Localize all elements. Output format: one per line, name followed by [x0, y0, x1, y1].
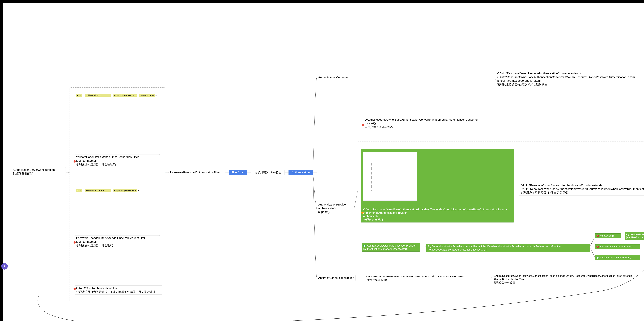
- node-base-converter[interactable]: OAuth2ResourceOwnerBaseAuthenticationCon…: [363, 117, 488, 130]
- node-oauth2-client-filter[interactable]: ! OAuth2ClientAuthenticationFilter 处理请求是…: [75, 286, 162, 295]
- error-icon: !: [596, 246, 599, 248]
- node-username-pwd-filter[interactable]: UsernamePasswordAuthenticationFilter: [169, 170, 226, 175]
- node-pig-user-details[interactable]: PigUserDetailsServiceImpl [loadUserByUse…: [625, 232, 644, 240]
- check-icon: [596, 257, 599, 259]
- node-filter-chain[interactable]: FilterChain: [229, 170, 247, 175]
- warning-icon: [361, 212, 364, 214]
- node-request-token[interactable]: 请求封装为token验证: [251, 170, 285, 175]
- thumb-provider: [363, 152, 417, 201]
- fab-button[interactable]: ✦: [1, 263, 8, 270]
- error-icon: !: [596, 235, 599, 237]
- node-auth-server-config[interactable]: AuthorizationServerConfiguration 认证服务器配置: [12, 167, 66, 176]
- node-auth-provider[interactable]: AuthenticationProvider authenticate() su…: [317, 202, 354, 215]
- error-icon: !: [362, 124, 364, 126]
- node-pwd-provider[interactable]: OAuth2ResourceOwnerPasswordAuthenticatio…: [519, 183, 644, 195]
- thumb-validate: Actor ValidateCodeFilter RequestBodyReso…: [75, 93, 160, 149]
- node-create-success[interactable]: createSuccessAuthentication(): [595, 255, 640, 260]
- node-pwd-token[interactable]: OAuth2ResourceOwnerPasswordAuthenticatio…: [492, 273, 644, 285]
- node-retrieve-user[interactable]: !retrieveUser(): [595, 233, 621, 238]
- error-icon: !: [74, 160, 76, 162]
- check-icon: [363, 245, 366, 247]
- error-icon: !: [74, 288, 76, 290]
- node-auth-converter[interactable]: AuthenticationConverter: [317, 75, 354, 80]
- node-validate-filter[interactable]: ValidateCodeFilter extends OncePerReques…: [75, 154, 160, 167]
- node-base-token[interactable]: OAuth2ResourceOwnerBaseAuthenticationTok…: [363, 274, 487, 282]
- node-abstract-token[interactable]: AbstractAuthenticationToken: [317, 275, 356, 281]
- thumb-base-converter: [363, 37, 488, 112]
- error-icon: !: [74, 241, 76, 244]
- node-abstract-user-details[interactable]: AbstractUserDetailsAuthenticationProvide…: [362, 243, 420, 252]
- node-password-filter[interactable]: PasswordDecoderFilter extends OncePerReq…: [75, 235, 160, 248]
- node-authentication[interactable]: Authentication: [288, 170, 313, 175]
- node-pwd-converter[interactable]: OAuth2ResourceOwnerPasswordAuthenticatio…: [496, 71, 644, 87]
- node-additional-checks[interactable]: !additionalAuthenticationChecks(): [595, 244, 640, 249]
- node-base-provider[interactable]: OAuth2ResourceOwnerBaseAuthenticationPro…: [363, 204, 511, 225]
- diagram-canvas[interactable]: AuthorizationServerConfiguration 认证服务器配置…: [2, 2, 644, 321]
- node-pig-dao-provider[interactable]: PigDaoAuthenticationProvider extends Abs…: [426, 244, 590, 252]
- thumb-password: Actor PasswordDecoderFilter RequestBodyR…: [75, 188, 160, 230]
